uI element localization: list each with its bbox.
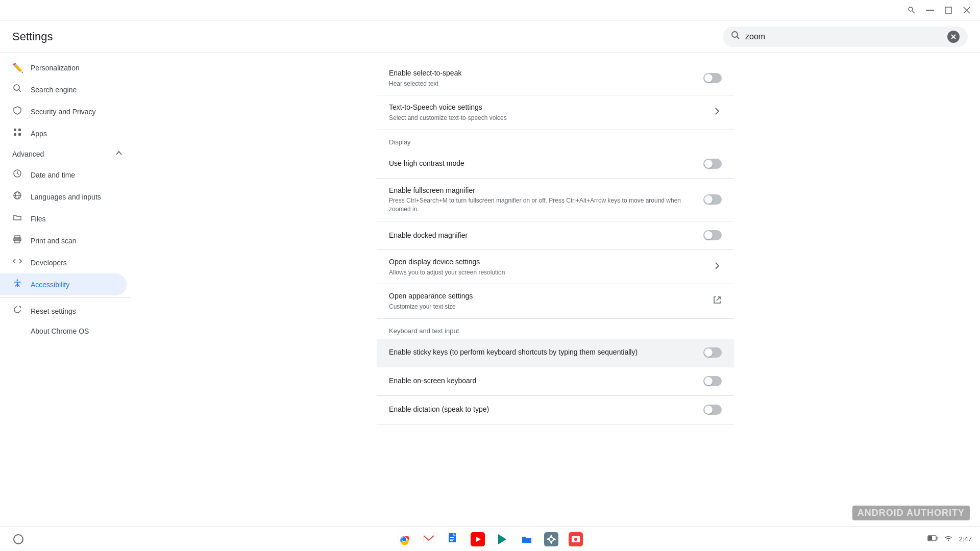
sidebar-item-label: Print and scan (31, 237, 77, 245)
battery-indicator (927, 534, 938, 544)
setting-title: Enable select-to-speak (389, 68, 695, 79)
search-input[interactable]: zoom (745, 32, 942, 41)
toggle-onscreen-keyboard[interactable] (703, 376, 722, 386)
setting-text: Enable fullscreen magnifier Press Ctrl+S… (389, 186, 695, 214)
app-window: Settings zoom ✏️ Personalization Se (0, 20, 980, 527)
setting-text: Enable select-to-speak Hear selected tex… (389, 68, 695, 88)
toggle-switch[interactable] (703, 73, 722, 83)
sidebar-item-label: Accessibility (31, 281, 69, 289)
zoom-button[interactable] (906, 5, 917, 15)
taskbar-play[interactable] (492, 529, 512, 549)
toggle-switch[interactable] (703, 405, 722, 415)
toggle-switch[interactable] (703, 159, 722, 169)
toggle-dictation[interactable] (703, 405, 722, 415)
toggle-switch[interactable] (703, 230, 722, 240)
search-icon (731, 31, 740, 42)
sidebar-item-languages[interactable]: Languages and inputs (0, 186, 127, 208)
setting-row-appearance[interactable]: Open appearance settings Customize your … (377, 284, 734, 318)
sidebar-item-apps[interactable]: Apps (0, 122, 127, 144)
sidebar-item-reset[interactable]: Reset settings (0, 300, 127, 322)
chevron-tts[interactable] (713, 107, 722, 118)
setting-title: Enable docked magnifier (389, 231, 695, 241)
setting-title: Open display device settings (389, 257, 704, 267)
sidebar-item-developers[interactable]: Developers (0, 252, 127, 273)
taskbar-chrome[interactable] (394, 529, 414, 549)
setting-row-select-to-speak[interactable]: Enable select-to-speak Hear selected tex… (377, 61, 734, 95)
setting-text: Enable sticky keys (to perform keyboard … (389, 347, 695, 358)
svg-rect-15 (18, 133, 21, 136)
launcher-button[interactable] (8, 529, 29, 549)
setting-row-fullscreen-magnifier[interactable]: Enable fullscreen magnifier Press Ctrl+S… (377, 179, 734, 221)
toggle-select-to-speak[interactable] (703, 73, 722, 83)
sidebar-item-print-scan[interactable]: Print and scan (0, 230, 127, 252)
setting-row-tts-voice[interactable]: Text-to-Speech voice settings Select and… (377, 95, 734, 130)
setting-row-display-device[interactable]: Open display device settings Allows you … (377, 250, 734, 284)
toggle-switch[interactable] (703, 194, 722, 205)
restore-button[interactable] (943, 5, 953, 15)
svg-rect-36 (450, 539, 454, 540)
settings-panel: Enable select-to-speak Hear selected tex… (377, 53, 734, 441)
setting-row-onscreen-keyboard[interactable]: Enable on-screen keyboard (377, 367, 734, 396)
setting-text: Use high contrast mode (389, 159, 695, 169)
toggle-docked-magnifier[interactable] (703, 230, 722, 240)
taskbar-settings[interactable] (541, 529, 561, 549)
print-icon (12, 235, 22, 246)
setting-title: Enable sticky keys (to perform keyboard … (389, 347, 695, 358)
display-section-heading: Display (377, 130, 734, 150)
sidebar-item-label: Search engine (31, 86, 77, 94)
main-content: Enable select-to-speak Hear selected tex… (131, 53, 980, 527)
sidebar-item-security-privacy[interactable]: Security and Privacy (0, 101, 127, 122)
wifi-icon (944, 534, 953, 544)
setting-title: Use high contrast mode (389, 159, 695, 169)
chevron-up-icon (115, 149, 122, 159)
toggle-high-contrast[interactable] (703, 159, 722, 169)
svg-point-26 (14, 535, 23, 544)
sidebar-item-files[interactable]: Files (0, 208, 127, 230)
taskbar: 2:47 (0, 527, 980, 551)
svg-rect-49 (928, 536, 932, 540)
chevron-right-icon (713, 262, 722, 272)
svg-line-1 (913, 11, 915, 13)
search-clear-button[interactable] (947, 31, 960, 43)
setting-row-docked-magnifier[interactable]: Enable docked magnifier (377, 221, 734, 250)
sidebar-item-personalization[interactable]: ✏️ Personalization (0, 57, 127, 79)
apps-icon (12, 128, 22, 139)
sidebar-item-label: Developers (31, 259, 67, 267)
time-display: 2:47 (959, 535, 972, 543)
svg-rect-20 (15, 236, 20, 239)
window-controls (906, 5, 972, 15)
sidebar-item-label: About Chrome OS (31, 327, 89, 335)
sidebar-item-about[interactable]: About Chrome OS (0, 322, 127, 340)
sidebar-item-date-time[interactable]: Date and time (0, 164, 127, 186)
toggle-switch[interactable] (703, 376, 722, 386)
svg-rect-12 (14, 129, 16, 131)
sidebar: ✏️ Personalization Search engine Securit… (0, 53, 131, 527)
minimize-button[interactable] (925, 5, 935, 15)
chevron-right-icon (713, 108, 722, 118)
setting-row-dictation[interactable]: Enable dictation (speak to type) (377, 396, 734, 424)
toggle-switch[interactable] (703, 347, 722, 358)
chevron-display[interactable] (713, 261, 722, 273)
shield-icon (12, 106, 22, 117)
sidebar-item-search-engine[interactable]: Search engine (0, 79, 127, 101)
taskbar-files[interactable] (517, 529, 537, 549)
svg-point-10 (14, 85, 19, 90)
close-button[interactable] (962, 5, 972, 15)
setting-row-sticky-keys[interactable]: Enable sticky keys (to perform keyboard … (377, 339, 734, 367)
setting-row-high-contrast[interactable]: Use high contrast mode (377, 150, 734, 179)
taskbar-photos[interactable] (566, 529, 586, 549)
taskbar-docs[interactable] (443, 529, 463, 549)
external-link-appearance[interactable] (713, 295, 722, 307)
toggle-sticky-keys[interactable] (703, 347, 722, 358)
svg-rect-3 (945, 7, 951, 13)
search-bar[interactable]: zoom (723, 27, 968, 47)
sidebar-advanced-header[interactable]: Advanced (0, 144, 131, 164)
svg-point-24 (17, 280, 18, 281)
taskbar-youtube[interactable] (468, 529, 488, 549)
taskbar-left (8, 529, 29, 549)
advanced-label: Advanced (12, 150, 44, 158)
sidebar-item-accessibility[interactable]: Accessibility (0, 273, 127, 295)
taskbar-gmail[interactable] (419, 529, 439, 549)
reset-icon (12, 305, 22, 317)
toggle-fullscreen-magnifier[interactable] (703, 194, 722, 205)
